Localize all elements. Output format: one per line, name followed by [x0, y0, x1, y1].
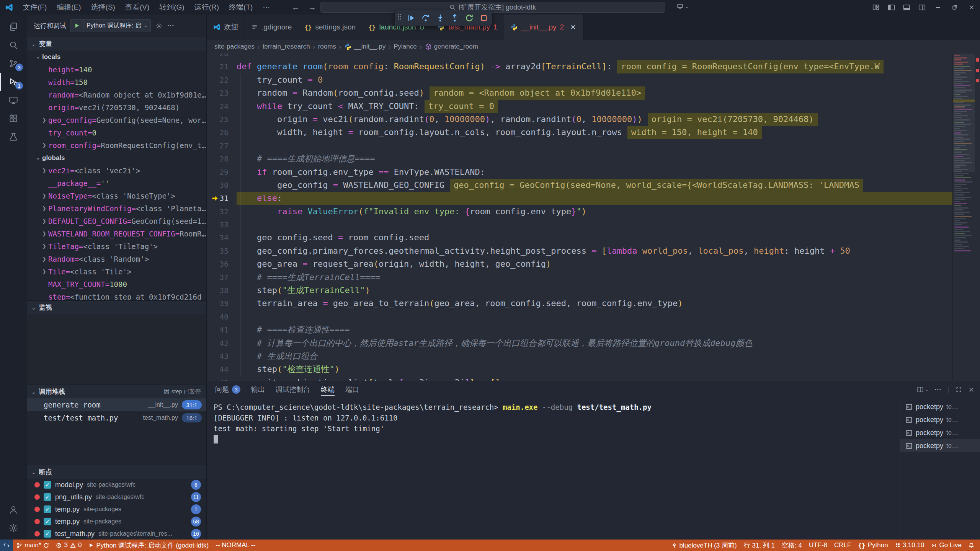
breadcrumb-item-rooms[interactable]: rooms [318, 43, 336, 51]
gutter-line-40[interactable]: 40 [207, 310, 237, 323]
breakpoint-row[interactable]: ✓test_math.pysite-packages\terrain_res..… [27, 528, 206, 540]
restart-button[interactable] [464, 13, 474, 23]
activity-remote-explorer[interactable] [0, 91, 27, 109]
variables-section-header[interactable]: ⌄ 变量 [27, 37, 206, 51]
variable-row[interactable]: __package__ = '' [27, 177, 206, 189]
variable-row[interactable]: ❯Random = <class 'Random'> [27, 253, 206, 265]
problems-status[interactable]: 30 [52, 540, 85, 551]
tab-settings.json[interactable]: {}settings.json [298, 15, 362, 40]
variable-row[interactable]: ❯TileTag = <class 'TileTag'> [27, 240, 206, 253]
step-over-button[interactable] [421, 13, 431, 23]
toggle-secondary-sidebar-icon[interactable] [914, 0, 929, 15]
customize-layout-icon[interactable] [868, 0, 884, 15]
panel-tab-输出[interactable]: 输出 [251, 381, 265, 398]
variable-row[interactable]: MAX_TRY_COUNT = 1000 [27, 278, 206, 290]
gutter-line-24[interactable]: 24 [207, 100, 237, 113]
breakpoint-checkbox[interactable]: ✓ [44, 518, 51, 525]
breakpoint-checkbox[interactable]: ✓ [44, 493, 51, 501]
window-close-button[interactable] [963, 0, 980, 15]
cursor-position[interactable]: 行 31, 列 1 [740, 540, 778, 551]
breadcrumb-item-__init__.py[interactable]: __init__.py [344, 43, 385, 51]
panel-tab-问题[interactable]: 问题3 [215, 381, 240, 398]
remote-indicator[interactable] [0, 540, 13, 551]
menu-item-1[interactable]: 编辑(E) [52, 0, 86, 15]
gutter-line-44[interactable]: 44 [207, 363, 237, 376]
continue-button[interactable] [406, 13, 416, 23]
variable-row[interactable]: origin = vec2i(7205730, 9024468) [27, 101, 206, 114]
branch-status[interactable]: main* [13, 540, 52, 551]
breakpoints-section-header[interactable]: ⌄ 断点 [27, 465, 206, 479]
terminal-session-item[interactable]: pocketpyte… [900, 426, 980, 439]
gutter-line-23[interactable]: 23 [207, 86, 237, 99]
menu-item-5[interactable]: 运行(R) [189, 0, 224, 15]
breakpoint-checkbox[interactable]: ✓ [44, 530, 51, 538]
activity-extensions[interactable] [0, 109, 27, 128]
gutter-line-36[interactable]: 36 [207, 258, 237, 271]
vim-mode[interactable]: -- NORMAL -- [212, 540, 259, 551]
window-restore-button[interactable] [946, 0, 963, 15]
window-minimize-button[interactable] [929, 0, 946, 15]
gutter-line-28[interactable]: 28 [207, 152, 237, 165]
breadcrumb-item-generate_room[interactable]: generate_room [425, 43, 478, 51]
gutter-line-42[interactable]: 42 [207, 337, 237, 350]
variable-row[interactable]: random = <Random object at 0x1bf9d01e… [27, 88, 206, 101]
menu-item-2[interactable]: 选择(S) [86, 0, 120, 15]
gutter-line-43[interactable]: 43 [207, 350, 237, 363]
variable-row[interactable]: step = <function step at 0x1bf9cd216d [27, 290, 206, 300]
gutter-line-21[interactable]: 21 [207, 60, 237, 73]
gutter-line-45[interactable]: 45 [207, 376, 237, 381]
variable-row[interactable]: ❯WASTELAND_ROOM_REQUEST_CONFIG = RoomR… [27, 227, 206, 240]
stack-frame[interactable]: generate_room__init__.py31:1 [27, 398, 206, 411]
activity-source-control[interactable]: 3 [0, 54, 27, 73]
variable-row[interactable]: ❯room_config = RoomRequestConfig(env_t… [27, 139, 206, 152]
variable-row[interactable]: ❯Tile = <class 'Tile'> [27, 265, 206, 278]
panel-more-icon[interactable]: ··· [934, 386, 941, 394]
breadcrumb-item-site-packages[interactable]: site-packages [214, 43, 255, 51]
remote-window-options-icon[interactable]: ⌄ [677, 3, 689, 10]
variable-row[interactable]: ❯geo_config = GeoConfig(seed=None, wor… [27, 114, 206, 126]
tab-.gdignore[interactable]: .gdignore [245, 15, 298, 40]
code-editor[interactable]: 2021def generate_room(room_config: RoomR… [207, 54, 980, 381]
python-version[interactable]: 3.10.10 [892, 540, 928, 551]
stack-frame[interactable]: test/test_math.pytest_math.py16:1 [27, 411, 206, 424]
language-mode[interactable]: {}Python [854, 540, 891, 551]
gutter-line-25[interactable]: 25 [207, 113, 237, 126]
nav-back-icon[interactable]: ← [292, 3, 300, 12]
debug-status[interactable]: Python 调试程序: 启动文件 (godot-ldtk) [85, 540, 212, 551]
terminal-output[interactable]: PS C:\computer_science\godot-ldtk\site-p… [207, 398, 900, 540]
variable-row[interactable]: ❯DEFAULT_GEO_CONFIG = GeoConfig(seed=1… [27, 215, 206, 227]
indentation[interactable]: 空格: 4 [778, 540, 805, 551]
views-more-icon[interactable]: ··· [167, 22, 174, 30]
gutter-line-41[interactable]: 41 [207, 323, 237, 336]
activity-settings[interactable] [0, 519, 27, 537]
activity-search[interactable] [0, 36, 27, 54]
gutter-line-26[interactable]: 26 [207, 126, 237, 139]
gutter-line-39[interactable]: 39 [207, 297, 237, 310]
breakpoint-row[interactable]: ✓model.pysite-packages\wfc6 [27, 479, 206, 491]
maximize-panel-icon[interactable] [956, 386, 962, 393]
activity-account[interactable] [0, 500, 27, 519]
menu-item-0[interactable]: 文件(F) [18, 0, 52, 15]
breakpoint-row[interactable]: ✓temp.pysite-packages58 [27, 515, 206, 528]
gutter-line-20[interactable]: 20 [207, 54, 237, 60]
variable-row[interactable]: ❯PlanetaryWindConfig = <class 'Planeta… [27, 202, 206, 215]
variable-row[interactable]: ❯NoiseType = <class 'NoiseType'> [27, 189, 206, 202]
breakpoint-row[interactable]: ✓temp.pysite-packages1 [27, 503, 206, 515]
nav-forward-icon[interactable]: → [308, 3, 316, 12]
menu-item-6[interactable]: 终端(T) [224, 0, 258, 15]
panel-tab-终端[interactable]: 终端 [321, 381, 335, 398]
minimap[interactable] [952, 54, 980, 381]
start-debug-button[interactable] [70, 20, 83, 32]
variable-row[interactable]: try_count = 0 [27, 126, 206, 139]
variable-row[interactable]: ❯vec2i = <class 'vec2i'> [27, 164, 206, 177]
terminal-session-item[interactable]: pocketpyte… [900, 400, 980, 413]
toggle-panel-icon[interactable] [899, 0, 914, 15]
tab-__init__.py[interactable]: __init__.py2✕ [504, 15, 584, 40]
gutter-line-38[interactable]: 38 [207, 284, 237, 297]
gutter-line-33[interactable]: 33 [207, 218, 237, 231]
split-terminal-icon[interactable]: ⌄ [917, 386, 928, 393]
breakpoint-checkbox[interactable]: ✓ [44, 505, 51, 513]
variables-group-locals[interactable]: ⌄locals [27, 51, 206, 63]
tab-欢迎[interactable]: 欢迎 [207, 15, 245, 40]
menu-item-4[interactable]: 转到(G) [154, 0, 189, 15]
